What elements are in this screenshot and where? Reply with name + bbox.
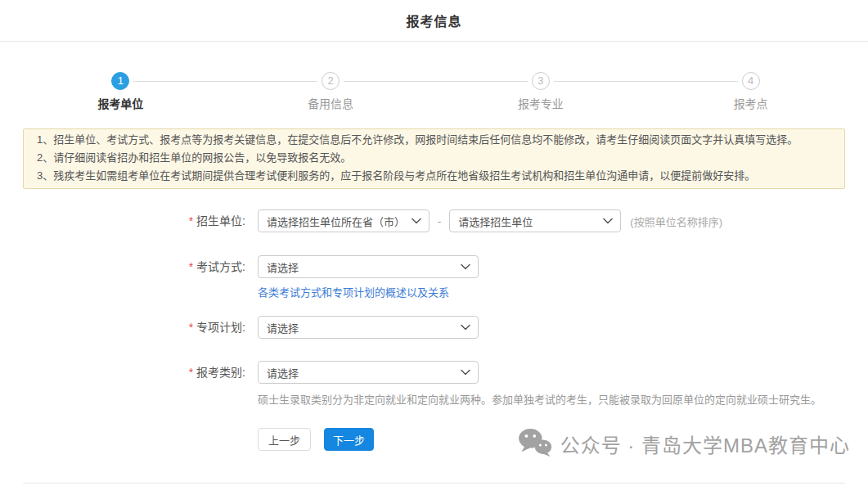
step-exam-site: 4 报考点 [645, 72, 856, 111]
registration-form: *招生单位: 请选择招生单位所在省（市） - 请选择招生单位 [23, 209, 845, 451]
special-plan-select[interactable]: 请选择 [258, 316, 479, 339]
form-actions: 上一步 下一步 [258, 428, 845, 451]
chevron-down-icon [461, 369, 470, 376]
step-number-badge: 4 [742, 72, 760, 90]
application-category-label: *报考类别: [23, 361, 258, 384]
step-label: 备用信息 [308, 97, 353, 111]
next-step-button[interactable]: 下一步 [324, 428, 374, 451]
field-row-application-category: *报考类别: 请选择 [23, 361, 845, 384]
province-select[interactable]: 请选择招生单位所在省（市） [258, 209, 430, 232]
registration-page: 报考信息 1 报考单位 2 备用信息 3 报考专业 4 报考点 1、招生单位、考… [0, 0, 868, 486]
step-number-badge: 1 [111, 72, 129, 90]
content-panel: 1 报考单位 2 备用信息 3 报考专业 4 报考点 1、招生单位、考试方式、报… [23, 42, 845, 484]
field-row-recruiting-unit: *招生单位: 请选择招生单位所在省（市） - 请选择招生单位 [23, 209, 845, 232]
prev-step-button[interactable]: 上一步 [258, 428, 311, 451]
required-asterisk: * [189, 214, 193, 227]
unit-select[interactable]: 请选择招生单位 [449, 209, 621, 232]
recruiting-unit-label: *招生单位: [23, 209, 258, 232]
step-label: 报考点 [734, 97, 768, 111]
field-row-exam-method: *考试方式: 请选择 [23, 255, 845, 278]
step-label: 报考单位 [97, 97, 143, 111]
required-asterisk: * [189, 260, 193, 273]
separator-dash: - [438, 215, 441, 227]
unit-sort-hint: (按照单位名称排序) [630, 214, 722, 229]
page-title: 报考信息 [406, 11, 461, 30]
required-asterisk: * [189, 366, 193, 379]
application-category-note-row: 硕士生录取类别分为非定向就业和定向就业两种。参加单独考试的考生，只能被录取为回原… [23, 393, 845, 407]
notice-line: 1、招生单位、考试方式、报考点等为报考关键信息，在提交信息后不允许修改，网报时间… [37, 131, 831, 149]
step-number-badge: 3 [532, 72, 550, 90]
step-label: 报考专业 [518, 97, 564, 111]
required-asterisk: * [189, 321, 193, 334]
chevron-down-icon [603, 218, 613, 224]
notice-line: 3、残疾考生如需组考单位在考试期间提供合理考试便利服务的，应于报名阶段与考点所在… [37, 167, 831, 185]
application-category-select[interactable]: 请选择 [258, 361, 479, 384]
field-row-special-plan: *专项计划: 请选择 [23, 316, 845, 339]
exam-method-select[interactable]: 请选择 [258, 255, 479, 278]
exam-method-help-row: 各类考试方式和专项计划的概述以及关系 [23, 286, 845, 299]
special-plan-label: *专项计划: [23, 316, 258, 339]
notice-box: 1、招生单位、考试方式、报考点等为报考关键信息，在提交信息后不允许修改，网报时间… [23, 128, 845, 189]
exam-method-label: *考试方式: [23, 255, 258, 278]
chevron-down-icon [461, 263, 470, 270]
chevron-down-icon [461, 324, 470, 331]
step-number-badge: 2 [322, 72, 340, 90]
exam-method-overview-link[interactable]: 各类考试方式和专项计划的概述以及关系 [258, 286, 449, 299]
page-header: 报考信息 [0, 0, 868, 42]
application-category-note: 硕士生录取类别分为非定向就业和定向就业两种。参加单独考试的考生，只能被录取为回原… [258, 393, 821, 407]
step-recruiting-unit: 1 报考单位 [16, 72, 226, 111]
step-major: 3 报考专业 [436, 72, 646, 111]
chevron-down-icon [412, 218, 421, 224]
stepper: 1 报考单位 2 备用信息 3 报考专业 4 报考点 [16, 42, 856, 111]
step-backup-info: 2 备用信息 [226, 72, 436, 111]
notice-line: 2、请仔细阅读省招办和招生单位的网报公告，以免导致报名无效。 [37, 149, 831, 167]
